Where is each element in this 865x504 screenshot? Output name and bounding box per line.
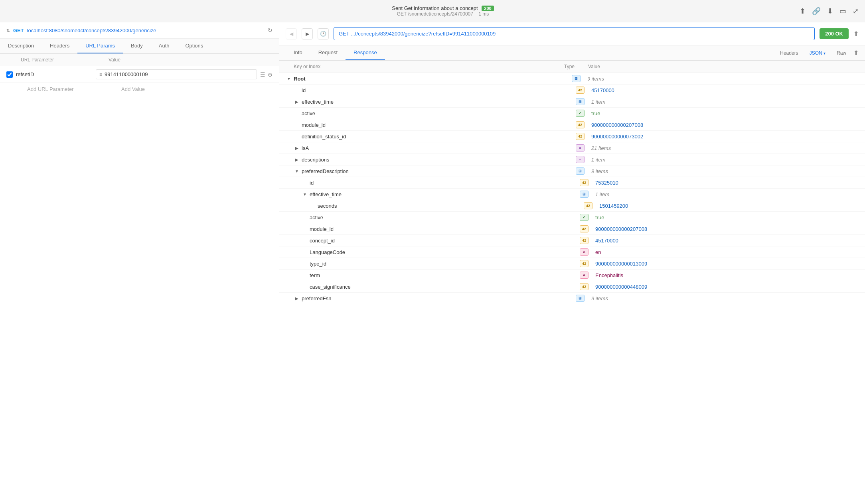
tree-row[interactable]: ▼active✓true [279, 108, 865, 119]
tree-key-active: active [302, 110, 569, 116]
tree-row[interactable]: ▼id4245170000 [279, 85, 865, 96]
format-raw[interactable]: Raw [833, 49, 850, 57]
tree-key-Root: Root [294, 76, 565, 82]
tree-value-descriptions: 1 item [591, 157, 859, 163]
tree-row[interactable]: ▼id4275325010 [279, 177, 865, 189]
tree-export-icon[interactable]: ⬆ [853, 49, 859, 57]
expand-arrow-0[interactable]: ▼ [286, 75, 292, 82]
param-checkbox-refsetid[interactable] [6, 71, 13, 78]
nav-forward-button[interactable]: ▶ [302, 28, 313, 39]
format-json-label: JSON [810, 50, 822, 56]
value-col-header: Value [109, 57, 273, 63]
param-value-refsetid[interactable]: 991411000000109 [105, 71, 253, 77]
topbar-badge: 200 [482, 6, 494, 11]
tab-request[interactable]: Request [310, 45, 346, 60]
tree-row[interactable]: ▼definition_status_id4290000000000007300… [279, 131, 865, 142]
tree-key-module_id: module_id [310, 226, 573, 232]
expand-arrow-2[interactable]: ▶ [294, 98, 300, 105]
type-badge-id: 42 [573, 179, 595, 186]
tab-options[interactable]: Options [178, 39, 211, 53]
expand-arrow-8[interactable]: ▼ [294, 168, 300, 174]
tree-row[interactable]: ▼seconds421501459200 [279, 200, 865, 212]
tree-row[interactable]: ▼preferredDescription⊞9 items [279, 165, 865, 177]
tree-key-concept_id: concept_id [310, 238, 573, 244]
tree-value-type_id: 900000000000013009 [595, 261, 859, 267]
tree-row[interactable]: ▼module_id42900000000000207008 [279, 119, 865, 131]
type-badge-active: ✓ [573, 214, 595, 221]
tree-row[interactable]: ▼module_id42900000000000207008 [279, 223, 865, 235]
tab-auth[interactable]: Auth [151, 39, 178, 53]
json-col-value: Value [588, 64, 859, 69]
add-value-placeholder[interactable]: Add Value [121, 86, 273, 92]
tree-row[interactable]: ▶preferredFsn⊞9 items [279, 293, 865, 304]
format-json[interactable]: JSON ▾ [806, 49, 829, 57]
tree-value-id: 75325010 [595, 180, 859, 186]
type-icon: 42 [580, 283, 589, 290]
type-badge-descriptions: ≡ [569, 156, 591, 163]
history-button[interactable]: 🕐 [318, 28, 329, 39]
tree-row[interactable]: ▶isA≡21 items [279, 142, 865, 154]
json-col-key: Key or Index [294, 64, 564, 69]
tree-value-definition_status_id: 900000000000073002 [591, 134, 859, 140]
tree-row[interactable]: ▼termAEncephalitis [279, 270, 865, 281]
tree-row[interactable]: ▶effective_time⊞1 item [279, 96, 865, 108]
tree-value-effective_time: 1 item [595, 191, 859, 197]
tab-response[interactable]: Response [346, 45, 385, 60]
param-menu-icon[interactable]: ☰ [260, 71, 265, 78]
tree-row[interactable]: ▼effective_time⊞1 item [279, 189, 865, 200]
type-icon: ✓ [580, 214, 589, 221]
tree-key-LanguageCode: LanguageCode [310, 249, 573, 255]
tree-row[interactable]: ▼Root⊞9 items [279, 73, 865, 85]
tree-value-active: true [591, 110, 859, 116]
tree-value-case_significance: 900000000000448009 [595, 284, 859, 290]
tree-value-id: 45170000 [591, 87, 859, 93]
type-badge-seconds: 42 [577, 202, 599, 209]
expand-arrow-10[interactable]: ▼ [302, 191, 308, 197]
expand-arrow-7[interactable]: ▶ [294, 156, 300, 163]
tree-row[interactable]: ▼active✓true [279, 212, 865, 223]
tree-key-module_id: module_id [302, 122, 569, 128]
topbar-timing: 1 ms [478, 11, 489, 17]
param-delete-icon[interactable]: ⊖ [268, 71, 273, 78]
left-url[interactable]: localhost:8080/snomedct/concepts/8394200… [27, 28, 265, 33]
tree-row[interactable]: ▼concept_id4245170000 [279, 235, 865, 246]
tree-key-type_id: type_id [310, 261, 573, 267]
tab-description[interactable]: Description [0, 39, 42, 53]
tree-value-term: Encephalitis [595, 272, 859, 278]
tab-body[interactable]: Body [123, 39, 151, 53]
tree-row[interactable]: ▼LanguageCodeAen [279, 246, 865, 258]
type-badge-active: ✓ [569, 110, 591, 117]
expand-icon[interactable]: ⤢ [853, 7, 859, 16]
tree-value-Root: 9 items [587, 76, 859, 82]
tab-headers[interactable]: Headers [42, 39, 77, 53]
tree-key-descriptions: descriptions [302, 157, 569, 163]
refresh-icon[interactable]: ↻ [268, 27, 273, 33]
right-panel: ◀ ▶ 🕐 GET ...t/concepts/83942000/generic… [279, 22, 865, 504]
status-ok-badge: 200 OK [820, 28, 849, 39]
type-icon: ≡ [576, 144, 585, 152]
add-param-placeholder[interactable]: Add URL Parameter [27, 86, 115, 92]
method-arrow: ⇅ [6, 28, 10, 33]
tree-key-effective_time: effective_time [302, 99, 569, 105]
type-badge-preferredDescription: ⊞ [569, 167, 591, 175]
tab-url-params[interactable]: URL Params [77, 39, 123, 53]
json-tree-header: Key or Index Type Value [279, 61, 865, 73]
tree-row[interactable]: ▼case_significance42900000000000448009 [279, 281, 865, 293]
link-icon[interactable]: 🔗 [812, 7, 821, 16]
tree-key-case_significance: case_significance [310, 284, 573, 290]
download-icon[interactable]: ⬇ [827, 7, 833, 16]
type-badge-Root: ⊞ [565, 75, 587, 82]
tree-row[interactable]: ▼type_id42900000000000013009 [279, 258, 865, 270]
tab-info[interactable]: Info [286, 45, 310, 60]
expand-arrow-6[interactable]: ▶ [294, 145, 300, 151]
tree-key-term: term [310, 272, 573, 278]
expand-arrow-19[interactable]: ▶ [294, 295, 300, 301]
layout-icon[interactable]: ▭ [839, 7, 846, 16]
topbar-title-text: Sent Get information about a concept [392, 5, 478, 11]
export-icon-right[interactable]: ⬆ [853, 30, 859, 37]
tree-value-active: true [595, 215, 859, 220]
share-icon[interactable]: ⬆ [800, 7, 806, 16]
tree-row[interactable]: ▶descriptions≡1 item [279, 154, 865, 165]
nav-back-button[interactable]: ◀ [286, 28, 297, 39]
format-headers[interactable]: Headers [776, 49, 802, 57]
